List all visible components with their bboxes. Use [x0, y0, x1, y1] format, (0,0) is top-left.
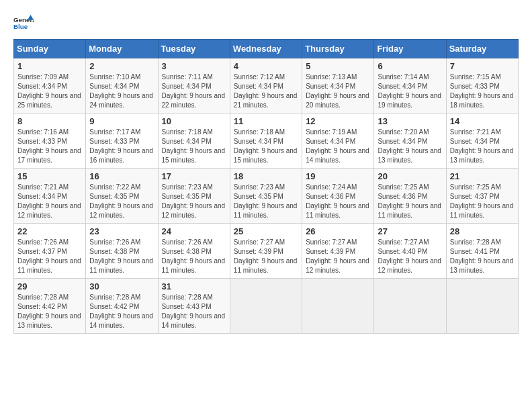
day-number: 6 [378, 61, 442, 71]
day-info: Sunrise: 7:26 AM Sunset: 4:38 PM Dayligh… [89, 238, 154, 275]
day-info: Sunrise: 7:25 AM Sunset: 4:36 PM Dayligh… [378, 183, 442, 220]
day-number: 31 [162, 281, 226, 291]
calendar-cell: 13 Sunrise: 7:20 AM Sunset: 4:34 PM Dayl… [374, 113, 446, 169]
day-info: Sunrise: 7:17 AM Sunset: 4:33 PM Dayligh… [89, 128, 154, 165]
day-number: 7 [450, 61, 515, 71]
calendar-cell: 17 Sunrise: 7:23 AM Sunset: 4:35 PM Dayl… [158, 169, 230, 224]
calendar-cell: 11 Sunrise: 7:18 AM Sunset: 4:34 PM Dayl… [230, 113, 302, 169]
day-info: Sunrise: 7:28 AM Sunset: 4:42 PM Dayligh… [89, 293, 154, 330]
calendar-cell: 26 Sunrise: 7:27 AM Sunset: 4:39 PM Dayl… [302, 224, 374, 279]
day-number: 15 [17, 171, 82, 181]
day-number: 13 [378, 116, 442, 126]
day-info: Sunrise: 7:23 AM Sunset: 4:35 PM Dayligh… [162, 183, 226, 220]
weekday-header-saturday: Saturday [446, 40, 518, 58]
day-number: 18 [234, 171, 298, 181]
calendar-cell: 6 Sunrise: 7:14 AM Sunset: 4:34 PM Dayli… [374, 58, 446, 113]
calendar-cell: 31 Sunrise: 7:28 AM Sunset: 4:43 PM Dayl… [158, 279, 230, 334]
page-header: General Blue [13, 13, 519, 32]
day-number: 27 [378, 226, 442, 236]
calendar-cell: 22 Sunrise: 7:26 AM Sunset: 4:37 PM Dayl… [14, 224, 86, 279]
day-info: Sunrise: 7:28 AM Sunset: 4:42 PM Dayligh… [17, 293, 82, 330]
day-info: Sunrise: 7:13 AM Sunset: 4:34 PM Dayligh… [306, 73, 370, 110]
weekday-header-thursday: Thursday [302, 40, 374, 58]
calendar-cell: 9 Sunrise: 7:17 AM Sunset: 4:33 PM Dayli… [86, 113, 158, 169]
day-number: 30 [89, 281, 154, 291]
day-number: 9 [89, 116, 154, 126]
day-number: 12 [306, 116, 370, 126]
day-info: Sunrise: 7:16 AM Sunset: 4:33 PM Dayligh… [17, 128, 82, 165]
day-number: 22 [17, 226, 82, 236]
calendar-cell: 20 Sunrise: 7:25 AM Sunset: 4:36 PM Dayl… [374, 169, 446, 224]
logo-icon: General Blue [13, 13, 34, 32]
calendar-cell: 10 Sunrise: 7:18 AM Sunset: 4:34 PM Dayl… [158, 113, 230, 169]
calendar-cell: 12 Sunrise: 7:19 AM Sunset: 4:34 PM Dayl… [302, 113, 374, 169]
day-info: Sunrise: 7:18 AM Sunset: 4:34 PM Dayligh… [162, 128, 226, 165]
day-number: 1 [17, 61, 82, 71]
calendar-cell: 8 Sunrise: 7:16 AM Sunset: 4:33 PM Dayli… [14, 113, 86, 169]
day-number: 20 [378, 171, 442, 181]
day-number: 26 [306, 226, 370, 236]
calendar-cell [374, 279, 446, 334]
day-info: Sunrise: 7:15 AM Sunset: 4:33 PM Dayligh… [450, 73, 515, 110]
calendar-cell: 28 Sunrise: 7:28 AM Sunset: 4:41 PM Dayl… [446, 224, 518, 279]
day-number: 19 [306, 171, 370, 181]
day-info: Sunrise: 7:28 AM Sunset: 4:43 PM Dayligh… [162, 293, 226, 330]
day-info: Sunrise: 7:21 AM Sunset: 4:34 PM Dayligh… [450, 128, 515, 165]
day-info: Sunrise: 7:21 AM Sunset: 4:34 PM Dayligh… [17, 183, 82, 220]
day-info: Sunrise: 7:28 AM Sunset: 4:41 PM Dayligh… [450, 238, 515, 275]
calendar-cell: 16 Sunrise: 7:22 AM Sunset: 4:35 PM Dayl… [86, 169, 158, 224]
day-number: 11 [234, 116, 298, 126]
calendar-cell: 19 Sunrise: 7:24 AM Sunset: 4:36 PM Dayl… [302, 169, 374, 224]
day-info: Sunrise: 7:10 AM Sunset: 4:34 PM Dayligh… [89, 73, 154, 110]
day-info: Sunrise: 7:25 AM Sunset: 4:37 PM Dayligh… [450, 183, 515, 220]
calendar-cell: 21 Sunrise: 7:25 AM Sunset: 4:37 PM Dayl… [446, 169, 518, 224]
day-number: 14 [450, 116, 515, 126]
day-number: 24 [162, 226, 226, 236]
calendar-cell [302, 279, 374, 334]
calendar-cell: 2 Sunrise: 7:10 AM Sunset: 4:34 PM Dayli… [86, 58, 158, 113]
weekday-header-tuesday: Tuesday [158, 40, 230, 58]
day-number: 3 [162, 61, 226, 71]
calendar-cell: 14 Sunrise: 7:21 AM Sunset: 4:34 PM Dayl… [446, 113, 518, 169]
weekday-header-row: SundayMondayTuesdayWednesdayThursdayFrid… [14, 40, 519, 58]
day-number: 16 [89, 171, 154, 181]
day-number: 5 [306, 61, 370, 71]
day-info: Sunrise: 7:26 AM Sunset: 4:38 PM Dayligh… [162, 238, 226, 275]
logo: General Blue [13, 13, 34, 32]
weekday-header-friday: Friday [374, 40, 446, 58]
day-info: Sunrise: 7:27 AM Sunset: 4:39 PM Dayligh… [234, 238, 298, 275]
calendar-cell: 4 Sunrise: 7:12 AM Sunset: 4:34 PM Dayli… [230, 58, 302, 113]
day-info: Sunrise: 7:19 AM Sunset: 4:34 PM Dayligh… [306, 128, 370, 165]
day-info: Sunrise: 7:27 AM Sunset: 4:39 PM Dayligh… [306, 238, 370, 275]
day-info: Sunrise: 7:24 AM Sunset: 4:36 PM Dayligh… [306, 183, 370, 220]
calendar-cell: 23 Sunrise: 7:26 AM Sunset: 4:38 PM Dayl… [86, 224, 158, 279]
calendar-week-row: 29 Sunrise: 7:28 AM Sunset: 4:42 PM Dayl… [14, 279, 519, 334]
day-info: Sunrise: 7:09 AM Sunset: 4:34 PM Dayligh… [17, 73, 82, 110]
day-number: 4 [234, 61, 298, 71]
day-info: Sunrise: 7:26 AM Sunset: 4:37 PM Dayligh… [17, 238, 82, 275]
day-info: Sunrise: 7:12 AM Sunset: 4:34 PM Dayligh… [234, 73, 298, 110]
calendar-cell: 27 Sunrise: 7:27 AM Sunset: 4:40 PM Dayl… [374, 224, 446, 279]
day-info: Sunrise: 7:18 AM Sunset: 4:34 PM Dayligh… [234, 128, 298, 165]
day-info: Sunrise: 7:22 AM Sunset: 4:35 PM Dayligh… [89, 183, 154, 220]
calendar-week-row: 22 Sunrise: 7:26 AM Sunset: 4:37 PM Dayl… [14, 224, 519, 279]
day-info: Sunrise: 7:20 AM Sunset: 4:34 PM Dayligh… [378, 128, 442, 165]
calendar-cell [446, 279, 518, 334]
day-info: Sunrise: 7:27 AM Sunset: 4:40 PM Dayligh… [378, 238, 442, 275]
calendar-cell: 7 Sunrise: 7:15 AM Sunset: 4:33 PM Dayli… [446, 58, 518, 113]
day-info: Sunrise: 7:11 AM Sunset: 4:34 PM Dayligh… [162, 73, 226, 110]
calendar-table: SundayMondayTuesdayWednesdayThursdayFrid… [13, 39, 519, 334]
calendar-week-row: 1 Sunrise: 7:09 AM Sunset: 4:34 PM Dayli… [14, 58, 519, 113]
weekday-header-monday: Monday [86, 40, 158, 58]
calendar-cell: 30 Sunrise: 7:28 AM Sunset: 4:42 PM Dayl… [86, 279, 158, 334]
calendar-cell: 3 Sunrise: 7:11 AM Sunset: 4:34 PM Dayli… [158, 58, 230, 113]
day-number: 28 [450, 226, 515, 236]
calendar-cell [230, 279, 302, 334]
day-info: Sunrise: 7:14 AM Sunset: 4:34 PM Dayligh… [378, 73, 442, 110]
day-number: 2 [89, 61, 154, 71]
day-number: 17 [162, 171, 226, 181]
svg-text:Blue: Blue [13, 23, 28, 30]
calendar-cell: 18 Sunrise: 7:23 AM Sunset: 4:35 PM Dayl… [230, 169, 302, 224]
calendar-cell: 29 Sunrise: 7:28 AM Sunset: 4:42 PM Dayl… [14, 279, 86, 334]
calendar-cell: 1 Sunrise: 7:09 AM Sunset: 4:34 PM Dayli… [14, 58, 86, 113]
